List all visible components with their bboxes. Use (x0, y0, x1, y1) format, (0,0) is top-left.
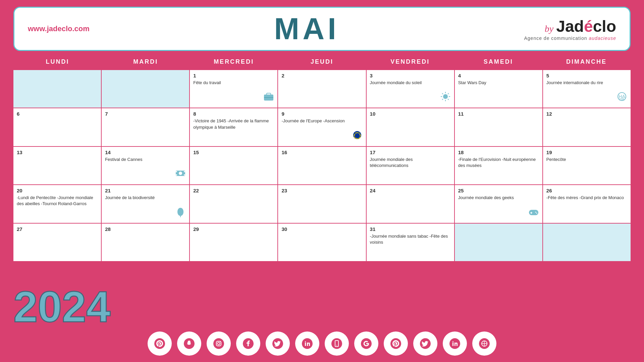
calendar-cell-27: 26-Fête des mères -Grand prix de Monaco (543, 185, 631, 223)
svg-rect-1 (267, 93, 271, 95)
svg-rect-2 (264, 97, 273, 98)
cell-day-number: 1 (193, 73, 274, 78)
cell-day-number: 5 (546, 73, 627, 78)
cell-day-number: 2 (281, 73, 362, 78)
social-google[interactable] (354, 331, 378, 356)
cell-day-number: 21 (105, 188, 186, 193)
briefcase-icon (263, 90, 275, 105)
calendar-cell-29: 28 (102, 224, 189, 261)
cell-day-number: 27 (17, 226, 98, 232)
calendar-cell-19: 18-Finale de l'Eurovision -Nuit européen… (455, 147, 542, 184)
social-mobile[interactable] (325, 331, 349, 356)
cell-event-text: -Journée de l'Europe -Ascension (281, 118, 362, 124)
svg-rect-49 (305, 343, 306, 346)
svg-point-51 (331, 338, 342, 349)
header: www.jadeclo.com MAI by Jadéclo Agence de… (13, 7, 631, 51)
cell-day-number: 15 (193, 149, 274, 155)
calendar-cell-10: 9-Journée de l'Europe -Ascension★★★★★★★★… (278, 108, 366, 146)
calendar-cell-28: 27 (13, 224, 101, 261)
cell-day-number: 8 (193, 111, 274, 117)
svg-text:HA: HA (620, 98, 624, 101)
calendar-cell-3: 2 (278, 70, 366, 108)
cell-event-text: Journée de la biodiversité (105, 195, 186, 201)
calendar-cell-2: 1Fête du travail (190, 70, 277, 108)
cell-day-number: 14 (105, 149, 186, 155)
calendar-cell-12: 11 (455, 108, 542, 146)
svg-point-39 (536, 213, 537, 214)
cell-event-text: Fête du travail (193, 80, 274, 86)
svg-line-5 (448, 99, 449, 100)
calendar-cell-25: 24 (367, 185, 454, 223)
cell-day-number: 11 (458, 111, 539, 117)
film-icon (174, 167, 186, 182)
logo-name: Jadéclo (556, 17, 616, 36)
leaf-icon (174, 206, 186, 220)
cell-day-number: 3 (370, 73, 451, 78)
sun-icon (439, 90, 451, 105)
social-twitter-2[interactable] (413, 331, 437, 356)
cell-day-number: 6 (17, 111, 98, 117)
calendar-cell-15: 14Festival de Cannes (102, 147, 189, 184)
svg-point-50 (305, 341, 306, 342)
cell-day-number: 10 (370, 111, 451, 117)
calendar-grid: 1Fête du travail23Journée mondiale du so… (13, 70, 631, 261)
logo-subtitle-accent: audacieuse (589, 36, 616, 41)
calendar-cell-1 (102, 70, 189, 108)
eu-icon: ★★★★★★★★★★★★ (351, 129, 363, 143)
cell-day-number: 16 (281, 149, 362, 155)
cell-day-number: 24 (370, 188, 451, 193)
calendar-cell-8: 7 (102, 108, 189, 146)
calendar-cell-30: 29 (190, 224, 277, 261)
social-pinterest[interactable] (148, 331, 172, 356)
cell-day-number: 25 (458, 188, 539, 193)
day-header-mardi: MARDI (102, 54, 190, 69)
social-snapchat[interactable] (177, 331, 201, 356)
calendar-cell-23: 22 (190, 185, 277, 223)
cell-day-number: 7 (105, 111, 186, 117)
gamepad-icon (528, 206, 540, 220)
svg-point-38 (535, 212, 536, 213)
day-header-mercredi: MERCREDI (190, 54, 278, 69)
logo-by: by (545, 23, 553, 34)
social-linkedin-2[interactable] (443, 331, 467, 356)
cell-event-text: Journée internationale du rire (546, 80, 627, 86)
svg-line-9 (442, 93, 443, 94)
cell-event-text: Pentecôte (546, 157, 627, 163)
social-linkedin[interactable] (295, 331, 319, 356)
laugh-icon: HAHA (616, 90, 628, 105)
cell-day-number: 23 (281, 188, 362, 193)
calendar-cell-22: 21Journée de la biodiversité (102, 185, 189, 223)
cell-event-text: Star Wars Day (458, 80, 539, 86)
calendar-cell-34 (543, 224, 631, 261)
cell-event-text: -Lundi de Pentecôte -Journée mondiale de… (17, 195, 98, 207)
social-circle[interactable] (472, 331, 496, 356)
calendar-cell-7: 6 (13, 108, 101, 146)
svg-point-42 (213, 338, 224, 349)
svg-point-59 (452, 341, 453, 342)
cell-day-number: 13 (17, 149, 98, 155)
social-twitter[interactable] (266, 331, 290, 356)
calendar-cell-14: 13 (13, 147, 101, 184)
calendar-cell-11: 10 (367, 108, 454, 146)
day-header-vendredi: VENDREDI (366, 54, 454, 69)
calendar-cell-21: 20-Lundi de Pentecôte -Journée mondiale … (13, 185, 101, 223)
cell-day-number: 20 (17, 188, 98, 193)
cell-event-text: Journée mondiale des télécommunications (370, 157, 451, 169)
social-pinterest-2[interactable] (384, 331, 408, 356)
cell-day-number: 12 (546, 111, 627, 117)
cell-event-text: -Victoire de 1945 -Arrivée de la flamme … (193, 118, 274, 130)
calendar-cell-24: 23 (278, 185, 366, 223)
cell-event-text: Festival de Cannes (105, 157, 186, 163)
svg-point-31 (176, 174, 177, 176)
calendar-cell-18: 17Journée mondiale des télécommunication… (367, 147, 454, 184)
cell-day-number: 31 (370, 226, 451, 232)
calendar-area: LUNDI MARDI MERCREDI JEUDI VENDREDI SAME… (13, 54, 631, 261)
svg-text:★: ★ (355, 132, 357, 134)
cell-day-number: 29 (193, 226, 274, 232)
cell-event-text: Journée mondiale du soleil (370, 80, 451, 86)
social-facebook[interactable] (236, 331, 260, 356)
logo-subtitle: Agence de communication audacieuse (524, 36, 616, 41)
cell-day-number: 28 (105, 226, 186, 232)
social-instagram[interactable] (207, 331, 231, 356)
cell-event-text: -Finale de l'Eurovision -Nuit européenne… (458, 157, 539, 169)
